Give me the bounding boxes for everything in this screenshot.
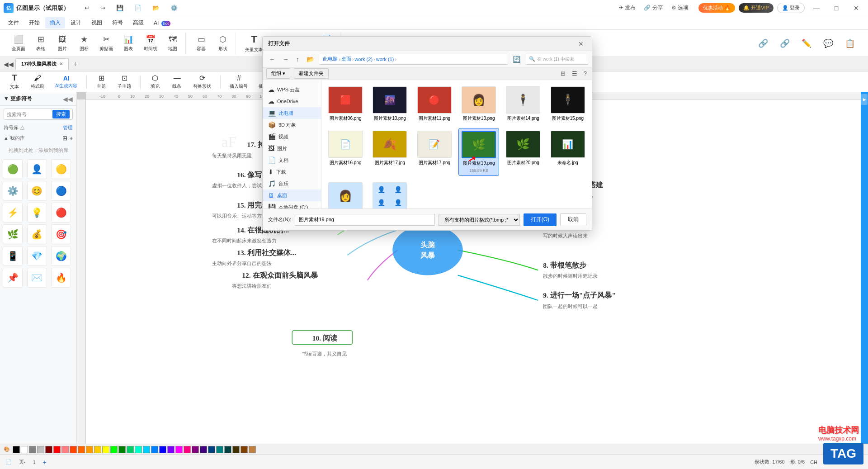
- menu-symbol[interactable]: 符号: [108, 17, 127, 28]
- color-amber[interactable]: [86, 446, 93, 453]
- sidebar-thispc[interactable]: 💻 此电脑: [263, 107, 321, 119]
- new-btn[interactable]: 📄: [132, 4, 144, 12]
- color-brown[interactable]: [241, 446, 248, 453]
- color-cyan[interactable]: [143, 446, 150, 453]
- dialog-open-btn[interactable]: 打开(O): [524, 213, 557, 226]
- symbol-brain8[interactable]: 💡: [27, 203, 47, 223]
- symbol-misc2[interactable]: ✉️: [27, 268, 47, 288]
- toolbar-shape-btn[interactable]: ⬡ 形状: [213, 33, 233, 54]
- new-folder-btn[interactable]: 新建文件夹: [294, 68, 329, 79]
- sidebar-downloads[interactable]: ⬇ 下载: [263, 166, 321, 178]
- menu-advanced[interactable]: 高级: [128, 17, 148, 28]
- symbol-misc3[interactable]: 🔥: [51, 268, 71, 288]
- view-largeicon-btn[interactable]: ⊞: [559, 69, 567, 78]
- filetype-select[interactable]: 所有支持的图片格式(*.bmp ;*.ji: [439, 214, 520, 226]
- tb2-formatbrush-btn[interactable]: 🖌 格式刷: [27, 73, 48, 91]
- menu-file[interactable]: 文件: [4, 17, 24, 28]
- color-yellow[interactable]: [102, 446, 109, 453]
- dialog-help-btn[interactable]: ?: [582, 69, 588, 78]
- filename-input[interactable]: [295, 214, 434, 226]
- tab-add-btn[interactable]: +: [71, 60, 80, 68]
- symbol-brain7[interactable]: ⚡: [3, 203, 23, 223]
- tb2-replace-btn[interactable]: ⟳ 替换形状: [189, 72, 215, 91]
- color-lime[interactable]: [110, 446, 118, 453]
- vip-btn[interactable]: 🔔 开通VIP: [739, 3, 774, 13]
- more-btn[interactable]: ⚙️: [168, 4, 180, 12]
- color-orange[interactable]: [78, 446, 85, 453]
- color-gold[interactable]: [94, 446, 101, 453]
- maximize-btn[interactable]: □: [828, 2, 844, 14]
- tb2-subtheme-btn[interactable]: ⊡ 子主题: [114, 72, 135, 91]
- bc-desktop[interactable]: 桌面: [341, 56, 351, 62]
- tb2-line-btn[interactable]: — 线条: [168, 73, 186, 91]
- tab-close-icon[interactable]: ✕: [59, 62, 63, 66]
- color-darkteal[interactable]: [224, 446, 231, 453]
- color-darkviolet[interactable]: [200, 446, 207, 453]
- color-magenta[interactable]: [175, 446, 183, 453]
- color-green[interactable]: [118, 446, 126, 453]
- view-list-btn[interactable]: ☰: [571, 69, 579, 78]
- sidebar-video[interactable]: 🎬 视频: [263, 131, 321, 142]
- color-teal[interactable]: [216, 446, 223, 453]
- file-img20[interactable]: 🌿 图片素材20.png: [503, 128, 543, 176]
- search-input[interactable]: [7, 112, 52, 117]
- toolbar-fullpage-btn[interactable]: ⬜ 全页面: [8, 33, 29, 54]
- sidebar-drivc[interactable]: 💾 本地磁盘 (C:): [263, 201, 321, 208]
- color-lightred[interactable]: [61, 446, 69, 453]
- dialog-refresh-btn[interactable]: 🔄: [510, 54, 523, 64]
- color-azure[interactable]: [151, 446, 158, 453]
- file-img06[interactable]: 🟥 图片素材06.png: [325, 84, 366, 124]
- toolbar-chart-btn[interactable]: 📊 图表: [118, 33, 138, 54]
- symbol-brain13[interactable]: 📱: [3, 246, 23, 266]
- organize-btn[interactable]: 组织 ▾: [266, 68, 290, 79]
- tb2-fill-btn[interactable]: ⬡ 填充: [146, 72, 164, 91]
- tb2-ai-btn[interactable]: AI AI生成内容: [52, 73, 81, 90]
- toolbar-container-btn[interactable]: ▭ 容器: [191, 33, 211, 54]
- file-unnamed[interactable]: 📊 未命名.jpg: [547, 128, 588, 176]
- toolbar-image-btn[interactable]: 🖼 图片: [52, 33, 72, 54]
- menu-start[interactable]: 开始: [24, 17, 44, 28]
- sidebar-3d[interactable]: 📦 3D 对象: [263, 119, 321, 131]
- toolbar-icon-btn[interactable]: ★ 图标: [74, 33, 94, 54]
- bc-computer[interactable]: 此电脑: [323, 56, 338, 62]
- share-btn[interactable]: 🔗 分享: [641, 3, 665, 13]
- sidebar-wps[interactable]: ☁ WPS 云盘: [263, 84, 321, 95]
- dialog-up-btn[interactable]: ↑: [293, 54, 302, 64]
- bc-work1[interactable]: work (1): [376, 57, 394, 62]
- dialog-close-btn[interactable]: ✕: [576, 38, 586, 49]
- color-red[interactable]: [53, 446, 61, 453]
- file-img13[interactable]: 👩 图片素材13.png: [458, 84, 499, 124]
- add-page-btn[interactable]: +: [43, 459, 47, 466]
- my-library-more-btn[interactable]: +: [69, 135, 73, 142]
- redo-btn[interactable]: ↪: [98, 4, 108, 12]
- menu-insert[interactable]: 插入: [45, 17, 65, 28]
- promo-btn[interactable]: 优惠活动 🔥: [698, 3, 735, 13]
- left-panel-collapse-btn[interactable]: ◀◀: [63, 95, 73, 103]
- file-id-photo1[interactable]: 👩 证件照.jpg: [325, 180, 366, 208]
- sidebar-pictures[interactable]: 🖼 图片: [263, 142, 321, 154]
- toolbar-hyperlink-btn[interactable]: 🔗: [775, 37, 795, 50]
- color-pink[interactable]: [184, 446, 191, 453]
- file-img11[interactable]: 🔴 图片素材11.png: [414, 84, 455, 124]
- symbol-brain6[interactable]: 🔵: [51, 181, 71, 201]
- dialog-back-btn[interactable]: ←: [266, 54, 278, 64]
- file-img10[interactable]: 🌆 图片素材10.png: [369, 84, 410, 124]
- toolbar-table-btn[interactable]: ⊞ 表格: [31, 33, 51, 54]
- file-img17j[interactable]: 🍂 图片素材17.jpg: [369, 128, 410, 176]
- undo-btn[interactable]: ↩: [82, 4, 92, 12]
- toolbar-timeline-btn[interactable]: 📅 时间线: [140, 33, 161, 54]
- dialog-location-btn[interactable]: 📂: [304, 54, 317, 64]
- symbol-brain1[interactable]: 🟢: [3, 159, 23, 179]
- manage-btn[interactable]: 管理: [63, 124, 73, 131]
- menu-view[interactable]: 视图: [87, 17, 107, 28]
- sidebar-docs[interactable]: 📄 文档: [263, 154, 321, 166]
- color-maroon[interactable]: [45, 446, 52, 453]
- options-btn[interactable]: ⚙ 选项: [669, 3, 691, 13]
- tab-collapse-btn[interactable]: ◀◀: [4, 61, 14, 68]
- bc-work2[interactable]: work (2): [354, 57, 373, 62]
- symbol-brain10[interactable]: 🌿: [3, 224, 23, 244]
- color-white[interactable]: [21, 446, 28, 453]
- toolbar-comment-btn[interactable]: 💬: [818, 37, 838, 50]
- toolbar-eraser-btn[interactable]: ✏️: [797, 37, 816, 50]
- color-emerald[interactable]: [127, 446, 134, 453]
